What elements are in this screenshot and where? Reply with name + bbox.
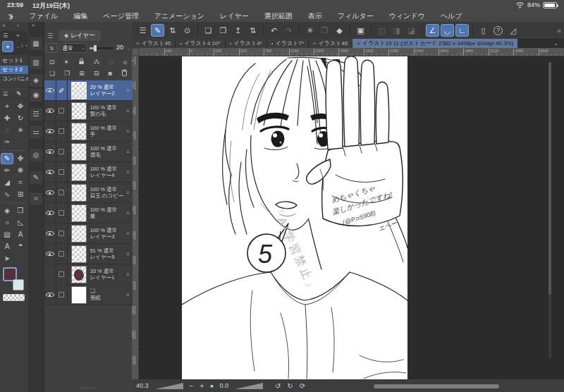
hand-tool[interactable]: ✥ (14, 101, 27, 112)
zoom-in-button[interactable]: + (200, 382, 204, 390)
rotate-canvas-tool[interactable]: ↻ (14, 113, 27, 124)
layer-visibility-toggle[interactable] (44, 183, 56, 202)
layer-visibility-toggle[interactable] (44, 203, 56, 223)
canvas-artboard[interactable]: 5 「AI学習禁止」 めちゃくちゃ 楽しかったですね! (@P.nS908) エ… (182, 56, 407, 379)
レイヤー1[interactable]: ✐ 33 % 通常 ❏ レイヤー1 ≡ (44, 264, 133, 285)
document-tab[interactable]: ×イラスト15 11 (ポストカード 2362 x 3496px 600dpi … (352, 39, 517, 48)
menu-item[interactable]: 選択範囲 (257, 11, 300, 21)
menu-item[interactable]: レイヤー (212, 11, 257, 21)
眉毛[interactable]: ✐ 100 % 通常 ❏ 眉毛 ≡ (44, 142, 133, 162)
layer-checkbox[interactable] (59, 190, 64, 195)
companion-device-icon[interactable]: ▯ (477, 24, 490, 37)
layer-mask-icon[interactable]: ◙ (109, 70, 112, 77)
edit-mode-icon[interactable]: ✎ (151, 24, 164, 37)
レイヤー2[interactable]: ✐ 20 % 通常 ❏ レイヤー2 ≡ (44, 80, 133, 101)
tab-close-icon[interactable]: × (357, 39, 360, 48)
layer-checkbox[interactable] (59, 128, 64, 134)
collapse-dock-icon[interactable]: « (32, 22, 35, 29)
secondary-color-swatch[interactable] (13, 279, 24, 290)
layer-check-cell[interactable]: ✐ (56, 244, 68, 264)
layer-panel-tab[interactable]: ◈レイヤー (59, 30, 101, 41)
服[interactable]: ✐ 100 % 通常 ❏ 服 ≡ (44, 203, 133, 223)
layer-checkbox[interactable] (59, 271, 64, 277)
collapse-palette-icon[interactable]: « (2, 22, 6, 29)
panel-resize-handle[interactable]: ••••• (44, 386, 133, 390)
app-logo-icon[interactable]: ϶ (8, 11, 13, 22)
layer-drag-handle[interactable]: ≡ (126, 190, 130, 196)
clip-to-layer-icon[interactable]: ⊡ (49, 59, 55, 66)
rotate-right-icon[interactable]: ↻ (287, 382, 293, 390)
layer-panel-menu-icon[interactable]: ☰ (47, 32, 53, 39)
layer-visibility-toggle[interactable] (44, 101, 56, 121)
airbrush-tool[interactable]: ✤ (14, 153, 27, 164)
zoom-out-button[interactable]: − (190, 382, 194, 390)
tool-set-item[interactable]: セット1 (0, 56, 28, 65)
reset-rotation-icon[interactable]: ⟳ (300, 382, 305, 390)
figure-tool[interactable]: ○ (1, 217, 13, 228)
layer-thumbnail[interactable] (71, 123, 87, 140)
layer-palette-icon[interactable]: ◈ (30, 74, 42, 87)
invert-selection-icon[interactable]: ◨ (390, 24, 403, 37)
zoom-tool[interactable]: ⌖ (1, 101, 13, 112)
tab-overflow-chevron-icon[interactable]: ⌄ (553, 39, 558, 48)
layer-thumbnail[interactable] (71, 286, 87, 304)
layer-check-cell[interactable]: ✐ (56, 264, 68, 284)
layer-checkbox[interactable] (59, 210, 64, 216)
pencil-tool[interactable]: ✏ (1, 165, 13, 176)
new-folder-icon[interactable]: ❐ (64, 70, 70, 77)
lock-layer-icon[interactable] (78, 58, 85, 66)
layer-drag-handle[interactable]: ≡ (126, 87, 130, 94)
zoom-slider[interactable] (155, 383, 183, 389)
layer-thumbnail[interactable] (71, 184, 87, 202)
document-tab[interactable]: ×イラスト45 (132, 39, 175, 48)
balloon-tool[interactable]: ❝ (14, 241, 27, 252)
blend-tool[interactable]: ≈ (14, 177, 27, 188)
lasso-selection-tool[interactable]: ◌ (1, 125, 13, 136)
adjustment-palette-icon[interactable]: ⚍ (30, 125, 42, 138)
用紙[interactable]: ✐ ❏ 用紙 ≡ (44, 285, 133, 305)
layer-drag-handle[interactable]: ≡ (126, 169, 130, 176)
menu-item[interactable]: ウィンドウ (381, 11, 433, 21)
layer-thumbnail[interactable] (71, 102, 87, 120)
snap-grid-icon[interactable]: ∟ (455, 24, 469, 37)
transparent-color-swatch[interactable] (3, 294, 25, 301)
layer-checkbox[interactable] (59, 108, 64, 114)
layer-drag-handle[interactable]: ≡ (126, 210, 130, 216)
opacity-chevron-icon[interactable]: ⌄ (127, 46, 130, 51)
screen-size-icon[interactable]: ◿ (506, 24, 520, 37)
filter-busy-icon[interactable]: ✳ (303, 24, 317, 37)
gradient-tool[interactable]: ▤ (1, 229, 13, 240)
layer-drag-handle[interactable]: ≡ (126, 292, 130, 298)
髪の毛[interactable]: ✐ 100 % 通常 ❏ 髪の毛 ≡ (44, 101, 133, 121)
text-tool-b[interactable]: A (1, 241, 13, 252)
collapse-toolbar-icon[interactable]: « (557, 27, 561, 35)
tool-set-item[interactable]: コンパニオ (0, 75, 28, 83)
layer-visibility-toggle[interactable] (44, 223, 56, 243)
tab-close-icon[interactable]: • (230, 39, 232, 48)
eyedropper-tool[interactable]: ✑ (1, 137, 13, 148)
subtool-close-icon[interactable]: × (25, 42, 28, 49)
layer-thumbnail[interactable] (71, 266, 87, 283)
move-tool[interactable]: ✚ (1, 113, 13, 124)
layer-check-cell[interactable]: ✐ (56, 142, 68, 161)
home-indicator[interactable] (374, 384, 499, 388)
layer-check-cell[interactable]: ✐ (56, 203, 68, 223)
deselect-icon[interactable]: ◫ (375, 24, 388, 37)
tab-close-icon[interactable]: • (271, 39, 274, 48)
layer-drag-handle[interactable]: ≡ (126, 231, 130, 237)
document-tab[interactable]: •イラスト7* (267, 39, 308, 48)
menu-item[interactable]: ヘルプ (433, 11, 470, 21)
undo-icon[interactable]: ↶ (267, 24, 281, 37)
export-stepper-icon[interactable]: ⇅ (246, 24, 259, 37)
new-canvas-icon[interactable]: ❏ (202, 24, 215, 37)
layer-checkbox[interactable] (59, 292, 64, 298)
layer-thumbnail[interactable] (71, 225, 87, 243)
layer-color-mode-button[interactable]: ⇅ (46, 43, 58, 53)
new-layer-icon[interactable]: ❏ (49, 70, 55, 77)
layer-visibility-toggle[interactable] (44, 264, 56, 284)
layer-visibility-toggle[interactable] (44, 285, 56, 305)
canvas-viewport[interactable]: 5 「AI学習禁止」 めちゃくちゃ 楽しかったですね! (@P.nS908) エ… (139, 56, 564, 379)
subtool-chevron-icon[interactable]: ⌄ (16, 44, 20, 49)
layer-drag-handle[interactable]: ≡ (126, 128, 130, 135)
layer-visibility-toggle[interactable] (44, 121, 56, 141)
